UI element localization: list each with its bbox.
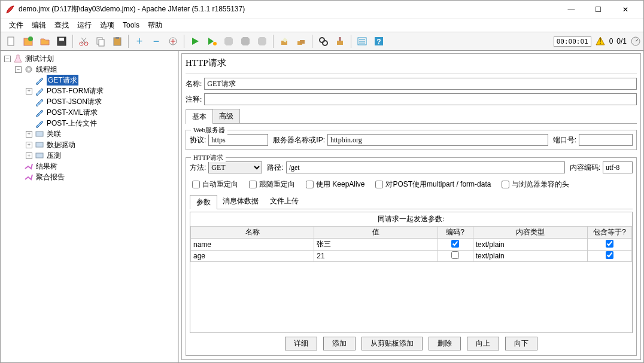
params-table[interactable]: 名称 值 编码? 内容类型 包含等于? name张三text/plainage2…	[190, 226, 632, 262]
tab-file[interactable]: 文件上传	[264, 194, 305, 209]
menu-search[interactable]: 查找	[51, 19, 72, 32]
start-no-pause-icon[interactable]	[204, 33, 220, 49]
menu-help[interactable]: 帮助	[144, 19, 166, 32]
app-icon	[5, 5, 15, 14]
paste-button[interactable]: 从剪贴板添加	[362, 337, 423, 350]
check-follow-redirect[interactable]: 跟随重定向	[249, 179, 295, 190]
stop-icon[interactable]	[221, 33, 236, 49]
menu-file[interactable]: 文件	[5, 19, 27, 32]
name-label: 名称:	[186, 79, 202, 89]
tree-toggle[interactable]: +	[26, 142, 32, 148]
shutdown-icon[interactable]	[238, 33, 253, 49]
tab-body[interactable]: 消息体数据	[217, 194, 265, 209]
table-row[interactable]: age21text/plain	[191, 251, 632, 262]
tree-item[interactable]: POST-XML请求	[47, 107, 98, 118]
table-row[interactable]: name张三text/plain	[191, 239, 632, 251]
svg-point-12	[213, 42, 217, 45]
tree-toggle[interactable]: −	[15, 66, 22, 73]
tree-toggle[interactable]: +	[26, 152, 32, 159]
search-icon[interactable]	[315, 33, 331, 49]
tree-test-plan[interactable]: 测试计划	[25, 53, 54, 64]
check-auto-redirect[interactable]: 自动重定向	[192, 179, 238, 190]
copy-icon[interactable]	[93, 33, 108, 49]
svg-rect-8	[99, 39, 104, 46]
menu-options[interactable]: 选项	[96, 19, 118, 32]
tree-toggle[interactable]: +	[26, 88, 32, 94]
port-input[interactable]	[579, 134, 633, 146]
open-icon[interactable]	[37, 33, 53, 49]
error-count: 0	[609, 37, 613, 45]
col-include: 包含等于?	[588, 227, 632, 239]
menu-edit[interactable]: 编辑	[28, 19, 50, 32]
down-button[interactable]: 向下	[505, 337, 537, 350]
include-checkbox[interactable]	[606, 251, 613, 259]
httpreq-legend: HTTP请求	[191, 153, 226, 162]
cut-icon[interactable]	[76, 33, 92, 49]
tree-aggregate[interactable]: 聚合报告	[36, 172, 65, 182]
tree-item[interactable]: POST-JSON请求	[47, 96, 102, 107]
minimize-button[interactable]: —	[558, 1, 585, 19]
encode-checkbox[interactable]	[451, 251, 459, 259]
add-button[interactable]: 添加	[323, 337, 356, 350]
check-browser-headers[interactable]: 与浏览器兼容的头	[502, 179, 569, 190]
tree-toggle[interactable]: +	[26, 131, 32, 138]
close-button[interactable]: ✕	[612, 1, 639, 19]
menu-tools[interactable]: Tools	[119, 20, 143, 30]
start-icon[interactable]	[187, 33, 203, 49]
paste-icon[interactable]	[110, 33, 125, 49]
remote-stop-icon[interactable]	[254, 33, 270, 49]
tree-item[interactable]: 压测	[47, 150, 61, 161]
svg-rect-29	[36, 132, 43, 136]
detail-button[interactable]: 详细	[285, 337, 317, 350]
menu-run[interactable]: 运行	[74, 19, 95, 32]
tree-item[interactable]: 关联	[47, 129, 61, 139]
clear-icon[interactable]	[277, 33, 292, 49]
path-input[interactable]	[286, 161, 565, 173]
svg-rect-31	[36, 153, 43, 158]
comment-input[interactable]	[204, 93, 637, 105]
check-keepalive[interactable]: 使用 KeepAlive	[306, 179, 364, 190]
tree-item[interactable]: POST-上传文件	[47, 118, 97, 129]
encode-checkbox[interactable]	[451, 240, 459, 248]
include-checkbox[interactable]	[606, 240, 613, 248]
tree-result-tree[interactable]: 结果树	[36, 161, 57, 172]
up-button[interactable]: 向上	[467, 337, 499, 350]
svg-marker-13	[224, 37, 233, 45]
tree-thread-group[interactable]: 线程组	[36, 64, 57, 75]
check-multipart[interactable]: 对POST使用multipart / form-data	[375, 179, 491, 190]
clear-all-icon[interactable]	[293, 33, 309, 49]
delete-button[interactable]: 删除	[429, 337, 461, 350]
sampler-icon	[35, 97, 44, 106]
expand-icon[interactable]: +	[132, 33, 147, 49]
warning-icon[interactable]: !	[595, 36, 606, 47]
function-helper-icon[interactable]	[354, 33, 370, 49]
tree-item[interactable]: POST-FORM请求	[47, 86, 104, 96]
svg-point-2	[28, 36, 33, 41]
gauge-icon[interactable]	[630, 36, 641, 47]
tab-advanced[interactable]: 高级	[212, 109, 240, 123]
tree-toggle[interactable]: −	[4, 56, 11, 62]
tab-basic[interactable]: 基本	[186, 109, 213, 124]
server-label: 服务器名称或IP:	[273, 135, 325, 145]
method-select[interactable]: GET	[208, 161, 262, 173]
elapsed-timer: 00:00:01	[554, 36, 591, 47]
maximize-button[interactable]: ☐	[585, 1, 612, 19]
test-plan-tree[interactable]: − 测试计划 − 线程组 GET请求 +POST-FORM请求 POST-JSO…	[1, 51, 179, 362]
name-input[interactable]	[204, 78, 637, 90]
server-input[interactable]	[327, 134, 548, 146]
toggle-icon[interactable]	[165, 33, 181, 49]
new-icon[interactable]	[4, 33, 19, 49]
templates-icon[interactable]	[20, 33, 36, 49]
reset-search-icon[interactable]	[332, 33, 348, 49]
encoding-input[interactable]	[603, 161, 633, 173]
help-icon[interactable]: ?	[371, 33, 387, 49]
save-icon[interactable]	[54, 33, 69, 49]
tree-item[interactable]: 数据驱动	[47, 139, 75, 150]
tree-item-get[interactable]: GET请求	[47, 75, 78, 86]
comment-label: 注释:	[186, 94, 202, 105]
tab-params[interactable]: 参数	[190, 195, 217, 209]
collapse-icon[interactable]: −	[148, 33, 164, 49]
col-name: 名称	[191, 227, 314, 239]
sampler-icon	[35, 118, 44, 128]
protocol-input[interactable]	[208, 134, 268, 146]
